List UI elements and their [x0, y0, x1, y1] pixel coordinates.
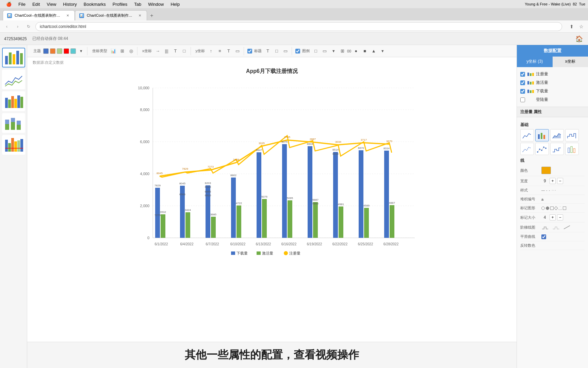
axis-scatter-icon[interactable]: ⊞ [118, 47, 126, 55]
home-button[interactable]: 🏠 [574, 34, 584, 44]
step-opt-3[interactable] [563, 224, 573, 230]
url-bar[interactable]: ichartcool.com/editor.html [35, 22, 562, 31]
style-solid[interactable]: — [541, 188, 545, 192]
style-dash[interactable]: - - [546, 188, 550, 192]
x-arrow-icon[interactable]: → [154, 47, 162, 55]
legend-icon1[interactable]: □ [312, 47, 320, 55]
tab-add-button[interactable]: + [147, 11, 157, 20]
apple-menu[interactable]: 🍎 [3, 0, 15, 8]
chart-thumb-2[interactable] [2, 91, 25, 111]
menu-help[interactable]: Help [167, 0, 183, 8]
menu-bookmarks[interactable]: Bookmarks [80, 0, 109, 8]
chart-thumb-1[interactable] [2, 70, 25, 89]
tab-close-1[interactable]: ✕ [137, 13, 143, 18]
menu-history[interactable]: History [60, 0, 80, 8]
axis-bar-icon[interactable]: 📊 [109, 47, 117, 55]
legend-tri-icon[interactable]: ▲ [370, 47, 378, 55]
menu-edit[interactable]: Edit [29, 0, 43, 8]
forward-button[interactable]: › [14, 22, 22, 31]
type-scatter-line[interactable] [535, 143, 549, 155]
series-check-2[interactable] [520, 89, 525, 94]
svg-text:3424: 3424 [185, 209, 191, 212]
svg-text:6506: 6506 [179, 193, 185, 196]
legend-label: 图例 [301, 48, 311, 53]
shape-star[interactable] [563, 206, 566, 210]
menu-tab[interactable]: Tab [131, 0, 145, 8]
title-checkbox[interactable] [247, 49, 252, 53]
title-t-icon[interactable]: T [264, 47, 272, 55]
chart-thumb-0[interactable] [2, 48, 25, 67]
title-rect-icon[interactable]: □ [273, 47, 281, 55]
shape-circle-empty[interactable] [541, 206, 545, 210]
type-area[interactable] [550, 129, 564, 141]
step-opt-2[interactable] [552, 224, 562, 230]
base-title: 基础 [520, 122, 585, 128]
shape-diamond[interactable] [554, 206, 558, 210]
chart-thumb-3[interactable] [2, 113, 25, 133]
tab-close-0[interactable]: ✕ [65, 13, 70, 18]
y-t-icon[interactable]: T [225, 47, 233, 55]
marker-size-plus[interactable]: + [550, 214, 556, 220]
reload-button[interactable]: ↻ [24, 22, 33, 31]
menu-file[interactable]: File [15, 0, 29, 8]
x-square-icon[interactable]: □ [180, 47, 189, 55]
legend-icon3[interactable]: ⊞ [338, 47, 346, 55]
color-picker[interactable] [541, 167, 551, 174]
svg-rect-114 [527, 81, 529, 85]
back-button[interactable]: ‹ [3, 22, 11, 31]
shape-circle-fill[interactable] [546, 206, 549, 210]
legend-checkbox[interactable] [295, 49, 300, 53]
y-align-icon[interactable]: ≡ [216, 47, 224, 55]
svg-rect-60 [308, 146, 312, 238]
menu-window[interactable]: Window [145, 0, 167, 8]
share-icon[interactable]: ⬆ [568, 22, 576, 31]
legend-icon2[interactable]: ▭ [321, 47, 329, 55]
series-check-1[interactable] [520, 80, 525, 85]
theme-dropdown[interactable]: ▾ [77, 47, 85, 55]
type-step2[interactable] [550, 143, 564, 155]
type-step[interactable] [565, 129, 579, 141]
menu-profiles[interactable]: Profiles [109, 0, 131, 8]
tab-1[interactable]: 📊 ChartCool--在线图表制作工具 ✕ [75, 10, 147, 20]
type-bar[interactable] [535, 129, 549, 141]
smooth-checkbox[interactable] [541, 234, 546, 239]
axis-circle-icon[interactable]: ◎ [127, 47, 135, 55]
y-up-icon[interactable]: ↑ [207, 47, 215, 55]
shape-square[interactable] [550, 206, 554, 210]
type-ghost[interactable] [565, 143, 579, 155]
title-rect2-icon[interactable]: ▭ [281, 47, 290, 55]
x-t-icon[interactable]: T [172, 47, 180, 55]
series-check-3[interactable] [520, 97, 525, 102]
shape-triangle[interactable] [558, 206, 562, 210]
step-opt-1[interactable] [541, 224, 551, 230]
legend-circle-icon[interactable]: ● [352, 47, 360, 55]
width-minus[interactable]: − [557, 178, 563, 184]
marker-size-minus[interactable]: − [557, 214, 563, 220]
svg-text:8045: 8045 [157, 172, 163, 175]
panel-tab-x[interactable]: x坐标 [553, 57, 588, 67]
chart-thumb-4[interactable] [2, 135, 25, 155]
bookmark-icon[interactable]: ☆ [577, 22, 585, 31]
type-line[interactable] [520, 129, 534, 141]
type-dash-line[interactable] [520, 143, 534, 155]
style-dot[interactable]: ··· [552, 188, 556, 192]
legend-more-icon[interactable]: ▾ [378, 47, 387, 55]
panel-tab-y[interactable]: y坐标 (3) [517, 57, 553, 67]
svg-text:3034: 3034 [335, 140, 341, 143]
menu-view[interactable]: View [43, 0, 60, 8]
main-layout: 主题 ▾ 坐标类型 📊 ⊞ ◎ x坐标 → ||| T □ [0, 45, 588, 368]
legend-sq-icon[interactable]: ■ [361, 47, 369, 55]
series-check-0[interactable] [520, 72, 525, 77]
y-rect-icon[interactable]: ▭ [233, 47, 242, 55]
theme-color-5[interactable] [70, 48, 76, 54]
width-plus[interactable]: + [550, 178, 556, 184]
legend-dropdown[interactable]: ▾ [329, 47, 338, 55]
theme-color-4[interactable] [64, 48, 69, 54]
theme-color-2[interactable] [50, 48, 55, 54]
tab-0[interactable]: 📊 ChartCool--在线图表制作工具 ✕ [3, 10, 75, 20]
width-label: 宽度 [520, 179, 539, 184]
chart-thumb-svg-4 [3, 136, 24, 153]
theme-color-1[interactable] [43, 48, 49, 54]
theme-color-3[interactable] [57, 48, 62, 54]
x-bars-icon[interactable]: ||| [163, 47, 171, 55]
